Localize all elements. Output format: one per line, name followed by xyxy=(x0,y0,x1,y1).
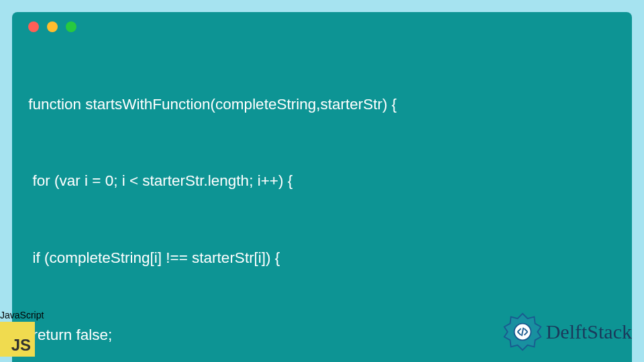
brand-name: DelftStack xyxy=(546,320,632,343)
code-line: function startsWithFunction(completeStri… xyxy=(24,92,620,117)
close-icon xyxy=(28,21,39,32)
footer: JavaScript DelftStack xyxy=(0,310,644,357)
code-line: for (var i = 0; i < starterStr.length; i… xyxy=(24,168,620,194)
window-controls xyxy=(24,21,620,32)
minimize-icon xyxy=(47,21,58,32)
brand-logo-icon xyxy=(502,311,543,353)
javascript-icon xyxy=(0,322,35,357)
javascript-label: JavaScript xyxy=(0,310,44,320)
brand: DelftStack xyxy=(502,311,644,357)
code-line: if (completeString[i] !== starterStr[i])… xyxy=(24,245,620,271)
javascript-badge: JavaScript xyxy=(0,310,44,357)
maximize-icon xyxy=(66,21,76,32)
